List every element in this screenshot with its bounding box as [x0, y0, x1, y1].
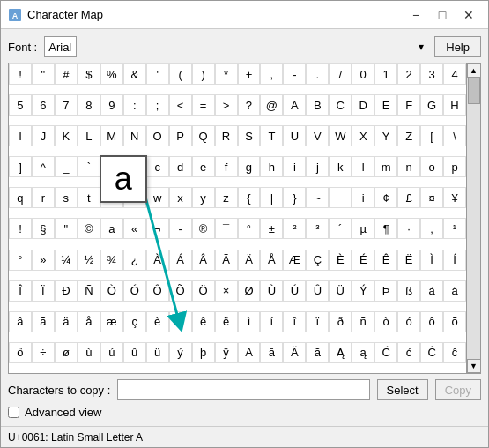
char-cell[interactable]: ý — [169, 342, 192, 363]
char-cell[interactable]: h — [260, 156, 283, 177]
char-cell[interactable]: = — [192, 94, 215, 116]
char-cell[interactable]: ë — [215, 311, 238, 332]
char-cell[interactable]: Ý — [352, 280, 374, 302]
char-cell[interactable]: z — [215, 187, 238, 208]
char-cell[interactable]: © — [78, 218, 100, 239]
char-cell[interactable]: Ñ — [78, 280, 100, 302]
char-cell[interactable]: Ø — [238, 280, 261, 302]
char-cell[interactable]: X — [352, 125, 374, 146]
char-cell[interactable]: c — [146, 156, 169, 177]
char-cell[interactable]: A — [283, 94, 306, 116]
char-cell[interactable]: ü — [146, 342, 169, 363]
char-cell[interactable]: m — [374, 156, 397, 177]
char-cell[interactable]: + — [238, 63, 261, 85]
char-cell[interactable]: p — [443, 156, 466, 177]
char-cell[interactable]: [ — [420, 125, 443, 146]
char-cell[interactable]: D — [352, 94, 374, 116]
char-cell[interactable]: í — [260, 311, 283, 332]
char-cell[interactable]: à — [420, 280, 443, 302]
char-cell[interactable]: ! — [9, 63, 32, 85]
char-cell[interactable]: " — [55, 218, 78, 239]
char-cell[interactable]: À — [146, 250, 169, 271]
char-cell[interactable]: T — [260, 125, 283, 146]
char-cell[interactable]: ú — [100, 342, 123, 363]
char-cell[interactable]: Ó — [123, 280, 146, 302]
char-cell[interactable]: Ï — [32, 280, 55, 302]
char-cell[interactable]: B — [306, 94, 329, 116]
char-cell[interactable]: û — [123, 342, 146, 363]
char-cell[interactable]: é — [169, 311, 192, 332]
char-cell[interactable]: _ — [55, 156, 78, 177]
char-cell[interactable]: & — [123, 63, 146, 85]
char-cell[interactable]: S — [238, 125, 261, 146]
char-cell[interactable]: i — [283, 156, 306, 177]
char-cell[interactable]: Ù — [260, 280, 283, 302]
char-cell[interactable]: ò — [374, 311, 397, 332]
char-cell[interactable]: Y — [374, 125, 397, 146]
char-cell[interactable]: * — [215, 63, 238, 85]
char-cell[interactable]: # — [55, 63, 78, 85]
char-cell[interactable]: å — [78, 311, 100, 332]
char-cell[interactable]: 1 — [374, 63, 397, 85]
char-cell[interactable]: > — [215, 94, 238, 116]
char-cell[interactable]: ^ — [32, 156, 55, 177]
char-cell[interactable]: á — [443, 280, 466, 302]
char-cell[interactable]: Ö — [192, 280, 215, 302]
char-cell[interactable]: o — [420, 156, 443, 177]
char-cell[interactable]: ¬ — [146, 218, 169, 239]
char-cell[interactable]: ? — [238, 94, 261, 116]
char-cell[interactable]: Õ — [169, 280, 192, 302]
copy-button[interactable]: Copy — [435, 379, 481, 400]
char-cell[interactable]: Ç — [306, 250, 329, 271]
char-cell[interactable]: è — [146, 311, 169, 332]
char-cell[interactable]: Í — [443, 250, 466, 271]
char-cell[interactable]: k — [329, 156, 352, 177]
char-cell[interactable]: V — [306, 125, 329, 146]
char-cell[interactable]: M — [100, 125, 123, 146]
char-cell[interactable]: Ă — [283, 342, 306, 363]
char-cell[interactable]: Ã — [215, 250, 238, 271]
char-cell[interactable]: Z — [397, 125, 420, 146]
char-cell[interactable]: Ì — [420, 250, 443, 271]
char-cell[interactable]: Q — [192, 125, 215, 146]
char-cell[interactable]: Ô — [146, 280, 169, 302]
char-cell[interactable] — [329, 187, 352, 208]
char-cell[interactable]: Ê — [374, 250, 397, 271]
char-cell[interactable]: ö — [9, 342, 32, 363]
scroll-up-button[interactable]: ▲ — [467, 63, 481, 78]
char-cell[interactable]: I — [9, 125, 32, 146]
char-cell[interactable]: × — [215, 280, 238, 302]
char-cell[interactable]: R — [215, 125, 238, 146]
char-cell[interactable]: 5 — [9, 94, 32, 116]
scrollbar[interactable]: ▲ ▼ — [466, 63, 480, 373]
char-cell[interactable]: ä — [55, 311, 78, 332]
char-cell[interactable]: Ò — [100, 280, 123, 302]
char-cell[interactable]: aa — [100, 156, 123, 177]
char-cell[interactable]: ² — [283, 218, 306, 239]
char-cell[interactable]: ð — [329, 311, 352, 332]
char-cell[interactable]: 6 — [32, 94, 55, 116]
char-cell[interactable]: F — [397, 94, 420, 116]
char-cell[interactable]: Ü — [329, 280, 352, 302]
characters-to-copy-input[interactable] — [117, 379, 369, 400]
char-cell[interactable]: Å — [260, 250, 283, 271]
char-cell[interactable]: ø — [55, 342, 78, 363]
char-cell[interactable]: O — [146, 125, 169, 146]
char-cell[interactable]: g — [238, 156, 261, 177]
char-cell[interactable]: K — [55, 125, 78, 146]
char-cell[interactable]: « — [123, 218, 146, 239]
char-cell[interactable]: ¼ — [55, 250, 78, 271]
char-cell[interactable]: ù — [78, 342, 100, 363]
char-cell[interactable]: ê — [192, 311, 215, 332]
char-cell[interactable]: $ — [78, 63, 100, 85]
char-cell[interactable]: 2 — [397, 63, 420, 85]
char-cell[interactable]: § — [32, 218, 55, 239]
char-cell[interactable]: » — [32, 250, 55, 271]
char-cell[interactable]: ` — [78, 156, 100, 177]
char-cell[interactable]: 4 — [443, 63, 466, 85]
char-cell[interactable]: | — [260, 187, 283, 208]
char-cell[interactable]: ! — [9, 218, 32, 239]
char-cell[interactable]: Ć — [374, 342, 397, 363]
char-cell[interactable]: ¤ — [420, 187, 443, 208]
char-cell[interactable]: J — [32, 125, 55, 146]
